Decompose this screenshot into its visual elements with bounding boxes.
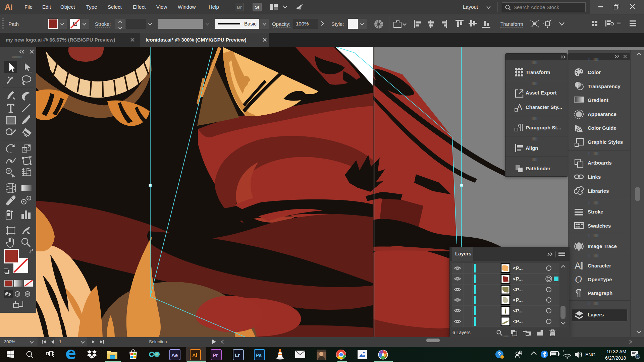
svg-text:A: A (575, 261, 581, 271)
svg-text:?: ? (498, 352, 501, 357)
svg-text:Ae: Ae (171, 352, 178, 358)
svg-text:ENG: ENG (585, 352, 595, 357)
svg-text:Ai: Ai (192, 352, 197, 358)
svg-text:1: 1 (637, 355, 639, 359)
svg-text:10:32 AM: 10:32 AM (606, 349, 626, 354)
svg-text:Ps: Ps (256, 352, 262, 358)
svg-text:*: * (563, 350, 565, 354)
svg-text:Pr: Pr (213, 352, 218, 358)
svg-text:Lr: Lr (235, 352, 240, 358)
svg-text:<P...: <P... (513, 265, 523, 271)
svg-text:O: O (575, 274, 582, 284)
svg-text:<P...: <P... (513, 308, 523, 313)
svg-text:<P...: <P... (513, 276, 523, 282)
svg-text:<P...: <P... (513, 297, 523, 303)
svg-text:6/27/2018: 6/27/2018 (605, 355, 626, 361)
svg-text:<P...: <P... (513, 287, 523, 292)
svg-text:<P...: <P... (513, 318, 523, 324)
